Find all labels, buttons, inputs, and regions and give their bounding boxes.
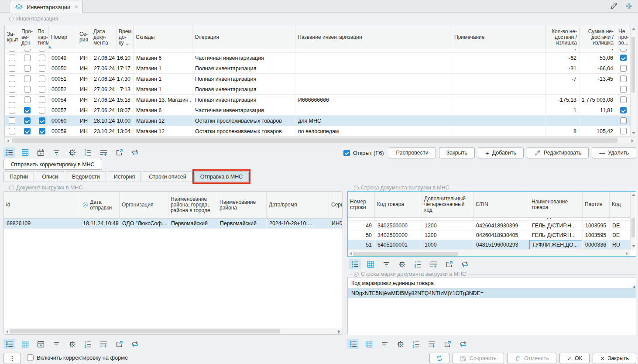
add-row-icon[interactable] [98, 147, 110, 158]
open-in-new-icon[interactable] [442, 339, 453, 349]
checkbox[interactable] [39, 55, 45, 61]
open-filter-checkbox[interactable]: Открыт (F6) [343, 150, 384, 156]
table-grid-icon[interactable] [365, 259, 377, 269]
column-header[interactable]: Организация [120, 192, 168, 218]
checkbox[interactable] [24, 96, 31, 103]
settings-icon[interactable] [66, 339, 78, 349]
detail-tab-item[interactable]: Строки описей [143, 171, 192, 182]
export-line-row[interactable]: 493402500000120004260418930399ГЕЛЬ Д/СТИ… [348, 221, 636, 230]
ok-button[interactable]: ✓ОК [559, 353, 590, 364]
export-line-row[interactable]: 503402500000120004260418930405ГЕЛЬ Д/СТИ… [348, 230, 636, 240]
add-row-icon[interactable] [98, 339, 110, 349]
inventory-row[interactable]: 00049ИН27.06.2416:10Магазин 6Частичная и… [5, 53, 636, 63]
detail-tab-item[interactable]: Партии [3, 171, 34, 182]
inventory-row[interactable]: 00054ИН27.06.2415:18Магазин 13, Магазин … [5, 95, 636, 105]
column-header[interactable]: Примечание [452, 25, 546, 49]
mark-code-value[interactable]: NDgxNTE5NjAwMDI5My82NTQ4NTIzMjY1OTg3NDE= [348, 288, 636, 298]
calendar-icon[interactable] [35, 339, 47, 349]
checkbox[interactable] [39, 107, 45, 113]
checkbox[interactable] [9, 107, 15, 113]
checkbox[interactable] [620, 55, 627, 61]
vertical-scrollbar[interactable] [630, 25, 636, 137]
checkbox[interactable] [620, 107, 627, 113]
list-view-icon[interactable] [3, 339, 15, 349]
delete-button[interactable]: —Удалить [592, 147, 636, 158]
menu-button[interactable]: ⋮ [3, 353, 21, 364]
inventory-row[interactable]: 00051ИН27.06.2417:30Магазин 1Полная инве… [5, 74, 636, 84]
checkbox[interactable] [39, 76, 45, 82]
checkbox[interactable] [39, 86, 45, 93]
export-line-row[interactable]: 516405100001100004815196000293ТУФЛИ ЖЕН.… [348, 240, 636, 250]
checkbox[interactable] [620, 128, 627, 134]
column-header[interactable]: Про- ве- ден [19, 25, 35, 49]
checkbox[interactable] [24, 107, 31, 113]
send-correction-button[interactable]: Отправить корректировку в МНС [3, 159, 102, 170]
column-header[interactable]: Название инвентаризации [295, 25, 452, 49]
numbered-list-icon[interactable]: 123 [410, 339, 422, 349]
numbered-list-icon[interactable]: 123 [82, 147, 94, 158]
edit-pencil-icon[interactable] [610, 2, 618, 10]
checkbox[interactable] [24, 86, 31, 93]
checkbox[interactable] [24, 117, 31, 124]
open-in-new-icon[interactable] [443, 259, 455, 269]
checkbox[interactable] [39, 96, 45, 103]
column-header[interactable]: Серия/ [329, 192, 343, 218]
open-in-new-icon[interactable] [113, 147, 125, 158]
vertical-scrollbar[interactable] [630, 192, 636, 250]
enable-correction-checkbox[interactable]: Включить корректировку на форме [27, 354, 128, 361]
checkbox[interactable] [9, 65, 15, 72]
column-header[interactable]: Код товара [375, 192, 422, 217]
column-header[interactable]: Наименование товара [529, 192, 583, 217]
detail-tab-item[interactable]: Ведомости [66, 171, 106, 182]
table-grid-icon[interactable] [19, 147, 31, 158]
column-header[interactable]: Дополнительный четырехзначный код [422, 192, 473, 217]
column-header[interactable]: По пар- тиям [35, 25, 49, 49]
layout-corners-icon[interactable] [625, 2, 633, 10]
list-view-icon[interactable] [347, 339, 359, 349]
column-header[interactable]: Операция [192, 25, 295, 49]
checkbox[interactable] [24, 55, 31, 61]
inventory-row[interactable]: 00060ИН28.10.2410:00Магазин 12Остатки пр… [5, 116, 636, 126]
inventory-row[interactable]: 00057ИН27.06.2418:07Магазин 6Частичная и… [5, 105, 636, 116]
checkbox[interactable] [9, 86, 15, 93]
table-grid-icon[interactable] [19, 339, 31, 349]
tab-inventories[interactable]: Инвентаризации × [10, 1, 83, 13]
filter-icon[interactable] [381, 259, 392, 269]
horizontal-scrollbar[interactable] [4, 328, 343, 334]
detail-tab-item[interactable]: Описи [36, 171, 64, 182]
export-line-row[interactable]: 483402500000120004260418930399ГЕЛЬ Д/СТИ… [348, 218, 636, 220]
checkbox[interactable] [620, 117, 627, 124]
numbered-list-icon[interactable]: 123 [412, 259, 424, 269]
column-header[interactable]: Дата доку- мента [91, 25, 117, 49]
checkbox[interactable] [39, 117, 45, 124]
open-in-new-icon[interactable] [113, 339, 125, 349]
refresh-icon[interactable] [129, 147, 141, 158]
collapse-icon[interactable] [354, 185, 359, 190]
column-header[interactable]: Дата/время [267, 192, 329, 218]
checkbox[interactable] [9, 96, 15, 103]
close-button[interactable]: ✕Закрыть [593, 353, 636, 364]
add-row-icon[interactable] [428, 259, 439, 269]
column-header[interactable]: Код [610, 192, 630, 217]
column-header[interactable]: Кол-во не- достачи / излишка [546, 25, 580, 49]
checkbox[interactable] [24, 49, 31, 52]
checkbox[interactable] [343, 150, 350, 156]
table-grid-icon[interactable] [363, 339, 375, 349]
cancel-button[interactable]: Отменить [507, 353, 556, 364]
column-header[interactable]: Сумма не- достачи / излишка [580, 25, 616, 49]
checkbox[interactable] [39, 49, 45, 52]
column-header[interactable]: Номер строки [348, 192, 375, 217]
checkbox[interactable] [620, 86, 627, 93]
mark-code-column-header[interactable]: Код маркировки единицы товара [348, 278, 636, 288]
column-header[interactable]: Не про- во... [616, 25, 631, 49]
filter-icon[interactable] [51, 339, 62, 349]
export-doc-row[interactable]: 6882610918.11.24 10:49ОДО "ЛюксСоф...Пер… [4, 219, 343, 229]
refresh-icon[interactable] [457, 339, 469, 349]
checkbox[interactable] [24, 128, 31, 134]
column-header[interactable]: Партия [583, 192, 610, 217]
column-header[interactable]: Склады [134, 25, 192, 49]
inventory-row[interactable]: 00052ИН27.06.247:13Магазин 1Полная инвен… [5, 84, 636, 95]
settings-icon[interactable] [66, 147, 78, 158]
column-header[interactable]: GTIN [473, 192, 529, 217]
checkbox[interactable] [9, 128, 15, 134]
